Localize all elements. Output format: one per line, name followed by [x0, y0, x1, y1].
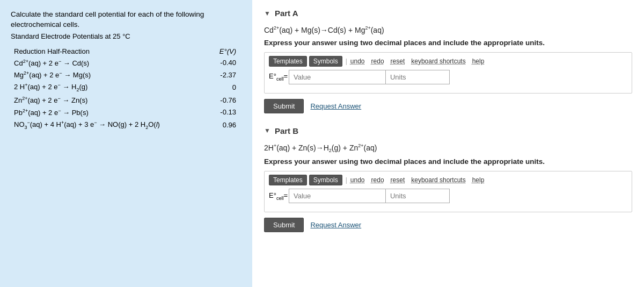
part-b-instruction: Express your answer using two decimal pl…	[264, 157, 632, 166]
part-b-ecell-label: E°cell=	[269, 191, 288, 201]
part-a-toolbar-sep1: |	[345, 58, 348, 65]
part-b-label: Part B	[275, 126, 298, 135]
part-b-redo-label: redo	[371, 176, 384, 184]
part-b-value-input[interactable]	[289, 189, 385, 203]
part-b-section: ▼ Part B 2H+(aq) + Zn(s)→H2(g) + Zn2+(aq…	[264, 126, 632, 232]
part-a-help-label: help	[472, 58, 485, 65]
table-row: NO3−(aq) + 4 H+(aq) + 3 e− → NO(g) + 2 H…	[11, 118, 241, 132]
part-a-editor-box: Templates Symbols | undo redo reset keyb…	[264, 52, 632, 94]
reaction-cell: Mg2+(aq) + 2 e− → Mg(s)	[11, 69, 209, 81]
table-row: Cd2+(aq) + 2 e− → Cd(s) -0.40	[11, 57, 241, 69]
left-panel: Calculate the standard cell potential fo…	[0, 0, 252, 287]
part-a-symbols-btn[interactable]: Symbols	[309, 56, 342, 67]
potential-cell: -0.40	[209, 57, 241, 69]
part-b-submit-btn[interactable]: Submit	[264, 218, 304, 232]
part-a-instruction: Express your answer using two decimal pl…	[264, 39, 632, 47]
potential-cell: 0.96	[209, 118, 241, 132]
part-a-value-input[interactable]	[289, 70, 385, 84]
potential-cell: 0	[209, 81, 241, 94]
part-a-templates-btn[interactable]: Templates	[269, 56, 307, 67]
part-b-units-input[interactable]	[385, 189, 450, 203]
part-b-templates-btn[interactable]: Templates	[269, 175, 307, 185]
part-b-editor-box: Templates Symbols | undo redo reset keyb…	[264, 171, 632, 212]
reaction-cell: Zn2+(aq) + 2 e− → Zn(s)	[11, 94, 209, 106]
part-a-ecell-label: E°cell=	[269, 72, 288, 82]
part-b-arrow-icon: ▼	[264, 127, 270, 134]
part-a-label: Part A	[275, 9, 298, 18]
part-a-input-row: E°cell=	[269, 70, 627, 84]
part-a-units-input[interactable]	[385, 70, 450, 84]
problem-title: Calculate the standard cell potential fo…	[11, 10, 241, 30]
part-b-input-row: E°cell=	[269, 189, 627, 203]
part-a-btn-row: Submit Request Answer	[264, 99, 632, 113]
col-header-reaction: Reduction Half-Reaction	[11, 46, 209, 57]
table-row: Zn2+(aq) + 2 e− → Zn(s) -0.76	[11, 94, 241, 106]
part-b-toolbar-sep1: |	[345, 176, 348, 184]
right-panel: ▼ Part A Cd2+(aq) + Mg(s)→Cd(s) + Mg2+(a…	[252, 0, 644, 287]
table-row: Mg2+(aq) + 2 e− → Mg(s) -2.37	[11, 69, 241, 81]
potential-cell: -0.76	[209, 94, 241, 106]
part-a-request-answer-btn[interactable]: Request Answer	[310, 102, 361, 110]
part-a-keyboard-label: keyboard shortcuts	[411, 58, 465, 65]
reaction-cell: Cd2+(aq) + 2 e− → Cd(s)	[11, 57, 209, 69]
part-b-keyboard-label: keyboard shortcuts	[411, 176, 465, 184]
table-row: 2 H+(aq) + 2 e− → H2(g) 0	[11, 81, 241, 94]
part-b-undo-label: undo	[350, 176, 365, 184]
col-header-potential: E°(V)	[209, 46, 241, 57]
part-a-toolbar: Templates Symbols | undo redo reset keyb…	[269, 56, 627, 67]
part-b-request-answer-btn[interactable]: Request Answer	[310, 221, 361, 229]
part-b-reset-label: reset	[391, 176, 405, 184]
part-b-btn-row: Submit Request Answer	[264, 218, 632, 232]
subtitle: Standard Electrode Potentials at 25 °C	[11, 32, 241, 40]
table-row: Pb2+(aq) + 2 e− → Pb(s) -0.13	[11, 106, 241, 118]
potential-cell: -2.37	[209, 69, 241, 81]
part-a-redo-label: redo	[371, 58, 384, 65]
part-a-header: ▼ Part A	[264, 9, 632, 18]
potential-cell: -0.13	[209, 106, 241, 118]
reaction-cell: 2 H+(aq) + 2 e− → H2(g)	[11, 81, 209, 94]
part-a-submit-btn[interactable]: Submit	[264, 99, 304, 113]
part-a-section: ▼ Part A Cd2+(aq) + Mg(s)→Cd(s) + Mg2+(a…	[264, 9, 632, 113]
part-b-help-label: help	[472, 176, 485, 184]
reaction-cell: NO3−(aq) + 4 H+(aq) + 3 e− → NO(g) + 2 H…	[11, 118, 209, 132]
part-b-symbols-btn[interactable]: Symbols	[309, 175, 342, 185]
reaction-table: Reduction Half-Reaction E°(V) Cd2+(aq) +…	[11, 46, 241, 132]
part-b-reaction: 2H+(aq) + Zn(s)→H2(g) + Zn2+(aq)	[264, 143, 632, 153]
part-b-toolbar: Templates Symbols | undo redo reset keyb…	[269, 175, 627, 185]
part-a-reaction: Cd2+(aq) + Mg(s)→Cd(s) + Mg2+(aq)	[264, 25, 632, 34]
reaction-cell: Pb2+(aq) + 2 e− → Pb(s)	[11, 106, 209, 118]
part-b-header: ▼ Part B	[264, 126, 632, 135]
part-a-reset-label: reset	[391, 58, 405, 65]
part-a-undo-label: undo	[350, 58, 365, 65]
part-a-arrow-icon: ▼	[264, 10, 270, 17]
